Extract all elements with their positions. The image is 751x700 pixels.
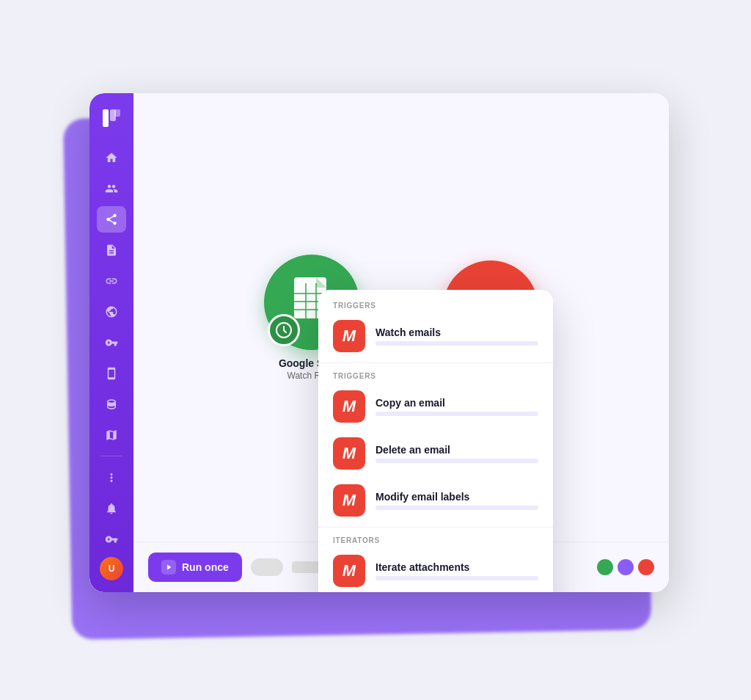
dropdown-item-iterate-attachments[interactable]: M Iterate attachments	[318, 547, 553, 593]
dropdown-item-delete-title: Delete an email	[376, 444, 538, 456]
dropdown-item-iterate-content: Iterate attachments	[376, 561, 538, 580]
gmail-icon-watch: M	[333, 320, 365, 352]
gmail-m-icon-iterate: M	[342, 561, 356, 580]
sidebar-item-avatar[interactable]: U	[100, 557, 123, 580]
dropdown-divider-1	[318, 362, 553, 363]
toolbar-color-dots	[597, 559, 654, 575]
dropdown-item-delete-email[interactable]: M Delete an email	[318, 430, 553, 477]
canvas-content: Google Sheet Watch Rows	[133, 93, 669, 542]
sidebar-divider	[100, 456, 122, 456]
gmail-m-icon-copy: M	[342, 397, 356, 416]
dropdown-section-triggers-2: TRIGGERS	[318, 366, 553, 383]
color-dot-purple[interactable]	[618, 559, 634, 575]
run-once-button[interactable]: Run once	[148, 553, 242, 582]
scene: U	[45, 49, 706, 651]
dropdown-item-watch-emails[interactable]: M Watch emails	[318, 313, 553, 360]
gmail-icon-delete: M	[333, 437, 365, 470]
dropdown-panel: TRIGGERS M Watch emails	[318, 290, 553, 593]
dropdown-item-iterate-bar	[376, 576, 538, 580]
color-dot-green[interactable]	[597, 559, 613, 575]
dropdown-item-copy-bar	[376, 412, 538, 416]
sidebar-item-template[interactable]	[97, 237, 126, 263]
sidebar-item-link[interactable]	[97, 268, 126, 294]
svg-rect-2	[114, 109, 120, 117]
color-dot-red[interactable]	[638, 559, 654, 575]
sidebar-item-more[interactable]	[97, 464, 126, 491]
canvas-area: Google Sheet Watch Rows	[133, 93, 669, 592]
sidebar-item-bell[interactable]	[97, 495, 126, 522]
dropdown-item-delete-content: Delete an email	[376, 444, 538, 463]
sidebar-item-key[interactable]	[97, 329, 126, 356]
node-gmail[interactable]: M Gmail TRIGGERS M	[443, 260, 538, 375]
gmail-m-icon-modify: M	[342, 491, 356, 510]
gmail-icon-iterate: M	[333, 555, 365, 587]
svg-rect-0	[103, 109, 109, 127]
dropdown-item-watch-content: Watch emails	[376, 327, 538, 346]
sidebar-item-phone[interactable]	[97, 360, 126, 387]
sidebar-item-team[interactable]	[97, 175, 126, 202]
play-icon	[161, 560, 176, 575]
sidebar: U	[89, 93, 133, 592]
dropdown-item-watch-bar	[376, 341, 538, 346]
dropdown-divider-2	[318, 527, 553, 528]
sidebar-item-share[interactable]	[97, 206, 126, 233]
run-once-label: Run once	[182, 561, 229, 573]
toolbar-toggle[interactable]	[251, 558, 283, 576]
sidebar-item-globe[interactable]	[97, 299, 126, 325]
dropdown-item-copy-content: Copy an email	[376, 397, 538, 416]
app-logo[interactable]	[98, 105, 125, 131]
gmail-m-icon: M	[342, 327, 356, 346]
dropdown-item-iterate-title: Iterate attachments	[376, 561, 538, 573]
gmail-m-icon-delete: M	[342, 444, 356, 463]
dropdown-item-copy-title: Copy an email	[376, 397, 538, 409]
dropdown-item-watch-title: Watch emails	[376, 327, 538, 338]
main-window: U	[89, 93, 669, 592]
dropdown-item-copy-email[interactable]: M Copy an email	[318, 383, 553, 430]
dropdown-item-modify-bar	[376, 506, 538, 510]
gmail-icon-modify: M	[333, 484, 365, 517]
gmail-icon-copy: M	[333, 390, 365, 423]
dropdown-item-delete-bar	[376, 459, 538, 463]
dropdown-section-triggers-1: TRIGGERS	[318, 296, 553, 313]
dropdown-section-iterators: ITERATORS	[318, 531, 553, 547]
sidebar-item-home[interactable]	[97, 145, 126, 171]
clock-badge	[268, 314, 300, 346]
sidebar-item-database[interactable]	[97, 391, 126, 418]
sidebar-item-box[interactable]	[97, 422, 126, 448]
workflow-nodes: Google Sheet Watch Rows	[264, 255, 538, 381]
sidebar-item-key2[interactable]	[97, 526, 126, 553]
dropdown-item-modify-content: Modify email labels	[376, 491, 538, 510]
sidebar-bottom: U	[97, 464, 126, 580]
dropdown-item-modify-title: Modify email labels	[376, 491, 538, 503]
dropdown-item-modify-labels[interactable]: M Modify email labels	[318, 477, 553, 524]
